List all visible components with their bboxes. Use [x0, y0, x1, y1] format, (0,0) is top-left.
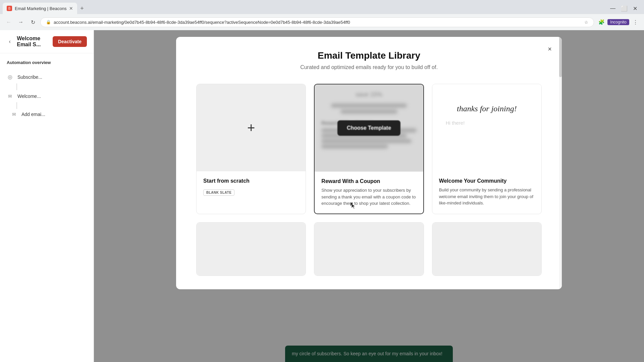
bottom-preview-3	[432, 223, 541, 276]
scratch-title: Start from scratch	[203, 178, 299, 184]
community-preview: thanks for joining! Hi there!	[432, 84, 541, 171]
sidebar-item-add-email[interactable]: ✉ Add emai...	[7, 109, 87, 120]
community-info: Welcome Your Community Build your commun…	[432, 171, 541, 213]
maximize-button[interactable]: ⬜	[621, 5, 628, 12]
address-text: account.beacons.ai/email-marketing/0e0d7…	[54, 20, 582, 25]
add-email-icon: ✉	[11, 112, 17, 117]
subscribe-icon: ◎	[7, 74, 13, 80]
connector-line	[16, 83, 17, 90]
modal-overlay: × Email Template Library Curated and opt…	[94, 30, 644, 362]
community-template-card[interactable]: thanks for joining! Hi there! Welcome Yo…	[432, 84, 542, 214]
main-area: × Email Template Library Curated and opt…	[94, 30, 644, 362]
community-desc: Build your community by sending a profes…	[439, 187, 535, 206]
coupon-template-card[interactable]: save 15% Reward With a Coupon	[314, 84, 424, 214]
subscribe-label: Subscribe...	[17, 74, 42, 80]
deactivate-button[interactable]: Deactivate	[53, 36, 87, 47]
sidebar-section: Automation overview ◎ Subscribe... ✉ Wel…	[0, 53, 94, 126]
sidebar: ‹ Welcome Email S... Deactivate Automati…	[0, 30, 94, 362]
address-icons: ☆	[584, 20, 588, 25]
automation-overview-title: Automation overview	[7, 60, 87, 65]
plus-icon: +	[247, 120, 255, 135]
welcome-email-icon: ✉	[7, 94, 13, 99]
modal-close-button[interactable]: ×	[544, 44, 555, 54]
bottom-card-1[interactable]	[196, 222, 306, 276]
chrome-actions: 🧩 Incognito ⋮	[597, 17, 640, 27]
menu-button[interactable]: ⋮	[631, 17, 640, 27]
modal-title: Email Template Library	[196, 50, 542, 61]
welcome-email-label: Welcome...	[17, 94, 41, 99]
hi-there-text: Hi there!	[446, 120, 528, 126]
scratch-preview: +	[197, 84, 306, 171]
coupon-preview: save 15% Reward With a Coupon	[315, 84, 423, 172]
coupon-info: Reward With a Coupon Show your appreciat…	[315, 172, 423, 214]
browser-chrome: B Email Marketing | Beacons ✕ + — ⬜ ✕ ← …	[0, 0, 644, 30]
extensions-button[interactable]: 🧩	[597, 17, 606, 27]
new-tab-button[interactable]: +	[77, 4, 87, 13]
tab-bar: B Email Marketing | Beacons ✕ + — ⬜ ✕	[0, 0, 644, 14]
active-tab[interactable]: B Email Marketing | Beacons ✕	[3, 3, 77, 14]
address-bar[interactable]: 🔒 account.beacons.ai/email-marketing/0e0…	[40, 17, 594, 27]
tab-close-button[interactable]: ✕	[69, 6, 73, 11]
blank-slate-badge: BLANK SLATE	[203, 189, 234, 196]
handwriting-thanks: thanks for joining!	[446, 104, 528, 113]
bottom-preview-2	[314, 223, 423, 276]
address-bar-row: ← → ↻ 🔒 account.beacons.ai/email-marketi…	[0, 14, 644, 30]
tab-favicon: B	[7, 6, 12, 11]
sidebar-header: ‹ Welcome Email S... Deactivate	[0, 30, 94, 53]
modal-body: + Start from scratch BLANK SLATE	[176, 77, 562, 289]
modal-header: × Email Template Library Curated and opt…	[176, 37, 562, 77]
forward-nav-button[interactable]: →	[16, 17, 25, 27]
minimize-button[interactable]: —	[610, 5, 615, 11]
community-title: Welcome Your Community	[439, 178, 535, 184]
scratch-info: Start from scratch BLANK SLATE	[197, 171, 306, 202]
scratch-template-card[interactable]: + Start from scratch BLANK SLATE	[196, 84, 306, 214]
bottom-preview-1	[197, 223, 306, 276]
reload-button[interactable]: ↻	[28, 17, 38, 27]
sidebar-item-subscribe[interactable]: ◎ Subscribe...	[7, 70, 87, 83]
page-content: ‹ Welcome Email S... Deactivate Automati…	[0, 30, 644, 362]
incognito-badge: Incognito	[607, 19, 629, 25]
back-button[interactable]: ‹	[7, 37, 13, 46]
choose-template-button[interactable]: Choose Template	[337, 120, 400, 136]
connector-line-2	[16, 102, 17, 109]
coupon-desc: Show your appreciation to your subscribe…	[321, 187, 416, 207]
choose-template-overlay: Choose Template	[337, 120, 400, 136]
close-window-button[interactable]: ✕	[633, 5, 637, 12]
tab-title: Email Marketing | Beacons	[15, 6, 66, 11]
add-email-label: Add emai...	[21, 112, 45, 117]
bottom-card-3[interactable]	[432, 222, 542, 276]
modal-subtitle: Curated and optimized emails ready for y…	[196, 64, 542, 70]
page-title: Welcome Email S...	[17, 36, 49, 48]
template-library-modal: × Email Template Library Curated and opt…	[176, 37, 562, 289]
template-grid: + Start from scratch BLANK SLATE	[196, 84, 542, 276]
coupon-title: Reward With a Coupon	[321, 178, 416, 184]
bottom-card-2[interactable]	[314, 222, 424, 276]
back-nav-button[interactable]: ←	[4, 17, 13, 27]
sidebar-item-welcome[interactable]: ✉ Welcome...	[7, 90, 87, 102]
